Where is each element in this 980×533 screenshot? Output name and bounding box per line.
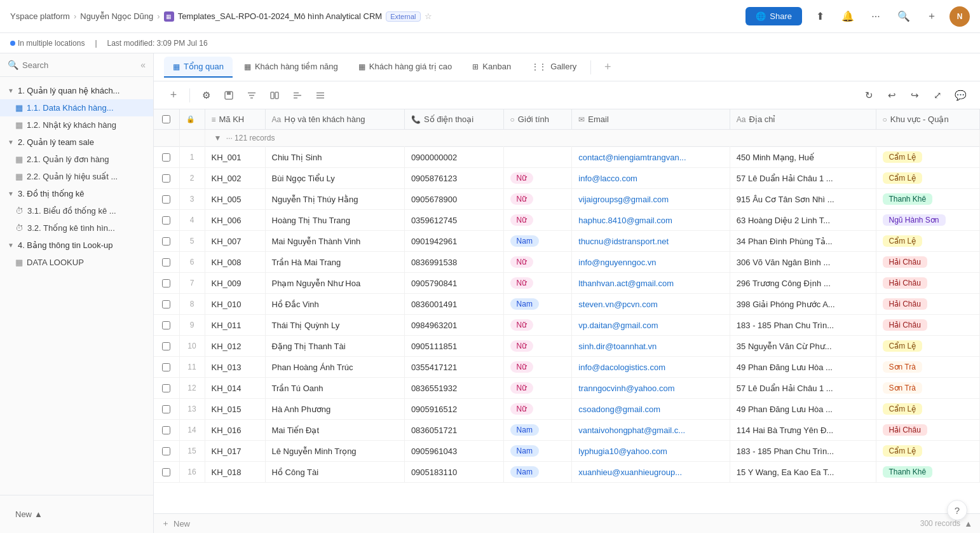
cell-sdt[interactable]: 0901942961 [404,231,503,252]
table-row[interactable]: 14 KH_016 Mai Tiến Đạt 0836051721 Nam va… [154,420,980,441]
cell-sdt[interactable]: 0905916512 [404,399,503,420]
cell-ho-ten[interactable]: Thái Thị Quỳnh Ly [265,315,404,336]
cell-khu-vuc[interactable]: Cẩm Lệ [876,147,980,168]
cell-dia-chi[interactable]: 114 Hai Bà Trưng Yên Đ... [730,420,876,441]
cell-email[interactable]: info@lacco.com [572,168,730,189]
expand-records-button[interactable]: ▼ [212,134,224,142]
table-row[interactable]: 2 KH_002 Bùi Ngọc Tiểu Ly 0905876123 Nữ … [154,168,980,189]
table-row[interactable]: 16 KH_018 Hồ Công Tài 0905183110 Nam xua… [154,462,980,483]
sidebar-item-bieu-do[interactable]: ⏱ 3.1. Biểu đồ thống kê ... [0,202,153,219]
col-ma-kh[interactable]: ≡ Mã KH [205,109,265,130]
cell-ho-ten[interactable]: Mai Tiến Đạt [265,420,404,441]
cell-sdt[interactable]: 0905876123 [404,168,503,189]
filter-button[interactable] [242,86,261,105]
upload-icon-button[interactable]: ⬆ [810,6,830,27]
table-row[interactable]: 9 KH_011 Thái Thị Quỳnh Ly 0984963201 Nữ… [154,315,980,336]
cell-ho-ten[interactable]: Phan Hoàng Ánh Trúc [265,357,404,378]
cell-dia-chi[interactable]: 63 Hoàng Diệu 2 Linh T... [730,210,876,231]
row-checkbox[interactable] [162,237,170,246]
email-link[interactable]: contact@niengiamtrangvan... [578,153,686,162]
cell-khu-vuc[interactable]: Cẩm Lệ [876,231,980,252]
cell-email[interactable]: lthanhvan.act@gmail.com [572,273,730,294]
table-row[interactable]: 6 KH_008 Trần Hà Mai Trang 0836991538 Nữ… [154,252,980,273]
email-link[interactable]: csoadong@gmail.com [578,405,660,414]
cell-dia-chi[interactable]: 49 Phan Đăng Lưu Hòa ... [730,357,876,378]
table-row[interactable]: 15 KH_017 Lê Nguyễn Minh Trọng 090596104… [154,441,980,462]
cell-email[interactable]: sinh.dir@toannhat.vn [572,336,730,357]
cell-ma-kh[interactable]: KH_008 [205,252,265,273]
tab-kanban[interactable]: ⊞ Kanban [463,57,520,78]
cell-ho-ten[interactable]: Hoàng Thị Thu Trang [265,210,404,231]
row-checkbox[interactable] [162,216,170,225]
cell-email[interactable]: info@nguyenngoc.vn [572,252,730,273]
cell-email[interactable]: vijaigroupsg@gmail.com [572,189,730,210]
row-checkbox[interactable] [162,405,170,413]
more-options-button[interactable]: ··· [866,6,886,27]
col-gioi-tinh[interactable]: ○ Giới tính [503,109,572,130]
cell-khu-vuc[interactable]: Hải Châu [876,420,980,441]
cell-dia-chi[interactable]: 306 Võ Văn Ngân Bình ... [730,252,876,273]
row-checkbox[interactable] [162,363,170,371]
cell-sdt[interactable]: 0836001491 [404,294,503,315]
sort-button[interactable] [288,86,307,105]
col-khu-vuc[interactable]: ○ Khu vực - Quận [876,109,980,130]
col-dia-chi[interactable]: Aa Địa chỉ [730,109,876,130]
expand-button[interactable]: ⤢ [928,86,947,105]
row-checkbox[interactable] [162,279,170,287]
settings-button[interactable]: ⚙ [196,86,215,105]
cell-sdt[interactable]: 0905961043 [404,441,503,462]
cell-ma-kh[interactable]: KH_001 [205,147,265,168]
sidebar-collapse-button[interactable]: « [140,60,146,70]
cell-sdt[interactable]: 0355417121 [404,357,503,378]
cell-khu-vuc[interactable]: Cẩm Lệ [876,336,980,357]
cell-khu-vuc[interactable]: Cẩm Lệ [876,168,980,189]
col-email[interactable]: ✉ Email [572,109,730,130]
cell-dia-chi[interactable]: 296 Trương Công Định ... [730,273,876,294]
save-view-button[interactable] [219,86,238,105]
email-link[interactable]: sinh.dir@toannhat.vn [578,342,657,351]
refresh-button[interactable]: ↻ [859,86,878,105]
cell-khu-vuc[interactable]: Thanh Khê [876,189,980,210]
nav-section-3-header[interactable]: ▼ 3. Đồ thị thống kê [0,185,153,202]
cell-ho-ten[interactable]: Lê Nguyễn Minh Trọng [265,441,404,462]
tab-khach-hang-tiem-nang[interactable]: ▦ Khách hàng tiềm năng [235,57,347,78]
cell-ho-ten[interactable]: Nguyễn Thị Thúy Hằng [265,189,404,210]
tab-khach-hang-gia-tri-cao[interactable]: ▦ Khách hàng giá trị cao [350,57,461,78]
cell-khu-vuc[interactable]: Hải Châu [876,315,980,336]
email-link[interactable]: info@dacologistics.com [578,363,665,372]
cell-sdt[interactable]: 0900000002 [404,147,503,168]
cell-khu-vuc[interactable]: Cẩm Lệ [876,441,980,462]
cell-dia-chi[interactable]: 398 Giải Phóng Phước A... [730,294,876,315]
sidebar-search-input[interactable] [22,60,137,70]
breadcrumb-user[interactable]: Nguyễn Ngọc Dũng [80,11,153,21]
cell-sdt[interactable]: 0905678900 [404,189,503,210]
cell-sdt[interactable]: 0905790841 [404,273,503,294]
cell-dia-chi[interactable]: 183 - 185 Phan Chu Trìn... [730,441,876,462]
add-tab-button[interactable]: + [599,59,616,76]
table-row[interactable]: 12 KH_014 Trần Tú Oanh 0836551932 Nữ tra… [154,378,980,399]
table-row[interactable]: 10 KH_012 Đặng Thị Thanh Tài 0905111851 … [154,336,980,357]
cell-ma-kh[interactable]: KH_017 [205,441,265,462]
cell-ma-kh[interactable]: KH_002 [205,168,265,189]
table-row[interactable]: 11 KH_013 Phan Hoàng Ánh Trúc 0355417121… [154,357,980,378]
row-checkbox[interactable] [162,195,170,204]
cell-sdt[interactable]: 0836551932 [404,378,503,399]
cell-ho-ten[interactable]: Hồ Đắc Vinh [265,294,404,315]
cell-ho-ten[interactable]: Phạm Nguyễn Như Hoa [265,273,404,294]
cell-ma-kh[interactable]: KH_010 [205,294,265,315]
cell-dia-chi[interactable]: 15 Y Wang, Ea Kao Ea T... [730,462,876,483]
star-icon[interactable]: ☆ [425,11,432,21]
cell-ma-kh[interactable]: KH_011 [205,315,265,336]
email-link[interactable]: xuanhieu@xuanhieugroup... [578,467,682,477]
cell-khu-vuc[interactable]: Thanh Khê [876,462,980,483]
cell-sdt[interactable]: 0905183110 [404,462,503,483]
cell-khu-vuc[interactable]: Sơn Trà [876,378,980,399]
cell-ma-kh[interactable]: KH_006 [205,210,265,231]
row-checkbox[interactable] [162,384,170,392]
cell-ma-kh[interactable]: KH_016 [205,420,265,441]
tab-gallery[interactable]: ⋮⋮ Gallery [522,57,585,78]
cell-ho-ten[interactable]: Chiu Thị Sinh [265,147,404,168]
cell-ho-ten[interactable]: Bùi Ngọc Tiểu Ly [265,168,404,189]
nav-section-1-header[interactable]: ▼ 1. Quản lý quan hệ khách... [0,82,153,99]
cell-email[interactable]: xuanhieu@xuanhieugroup... [572,462,730,483]
